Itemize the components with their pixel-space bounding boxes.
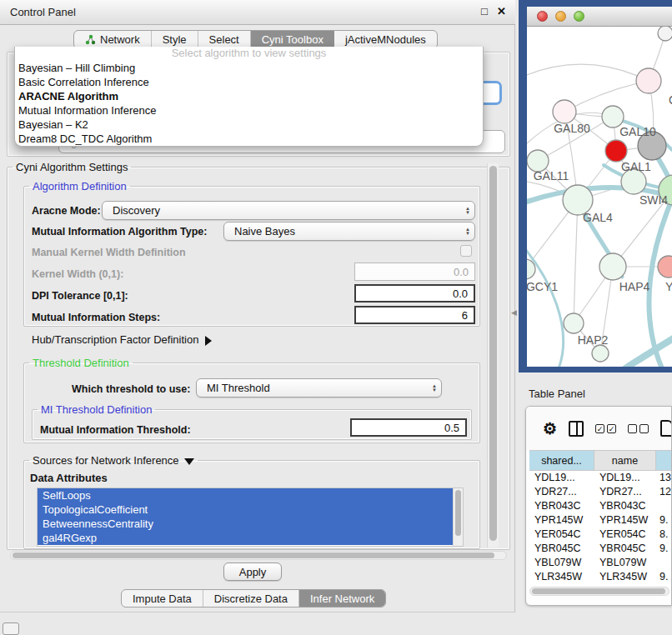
- gear-icon[interactable]: ⚙: [543, 421, 557, 437]
- table-row[interactable]: YDL19...YDL19...13: [529, 471, 672, 485]
- table-row[interactable]: YBL079WYBL079W: [529, 556, 672, 570]
- algo-item-mutual-information[interactable]: Mutual Information Inference: [15, 103, 483, 118]
- mi-type-label: Mutual Information Algorithm Type:: [32, 226, 207, 238]
- algo-item-dream8[interactable]: Dream8 DC_TDC Algorithm: [15, 132, 483, 146]
- mi-threshold-definition-title: MI Threshold Definition: [38, 403, 155, 416]
- settings-horizontal-scrollbar[interactable]: [10, 551, 507, 560]
- network-view-frame: GAL GAL80 GAL10 GAL1 GAL11 SWI4 GAL4 GCY…: [519, 0, 672, 372]
- mi-threshold-field[interactable]: 0.5: [350, 418, 467, 437]
- tab-impute-data[interactable]: Impute Data: [122, 590, 203, 607]
- minimized-panel-icon[interactable]: [3, 622, 19, 635]
- network-node[interactable]: [658, 27, 672, 41]
- tab-discretize-data[interactable]: Discretize Data: [203, 590, 299, 607]
- network-canvas[interactable]: GAL GAL80 GAL10 GAL1 GAL11 SWI4 GAL4 GCY…: [527, 27, 672, 367]
- expander-right-arrow-icon: [205, 336, 212, 346]
- aracne-mode-combobox[interactable]: Discovery ▲▼: [102, 201, 475, 220]
- table-row[interactable]: YIL052CYIL052C9: [529, 584, 672, 586]
- bottom-tabbar: Impute Data Discretize Data Infer Networ…: [121, 589, 386, 608]
- column-header-shared[interactable]: shared...: [529, 451, 594, 470]
- attr-list-scrollbar[interactable]: [453, 488, 463, 546]
- control-panel-title: Control Panel: [10, 6, 76, 18]
- node-label-gal10: GAL10: [619, 125, 656, 138]
- show-columns-icon[interactable]: ✓✓: [595, 424, 616, 433]
- list-item-selfloops[interactable]: SelfLoops: [38, 488, 463, 502]
- control-panel-window: Control Panel □ ✕ Network Style Select C…: [0, 0, 515, 612]
- algorithm-dropdown-popup: Select algorithm to view settings Bayesi…: [14, 47, 484, 147]
- manual-kernel-checkbox[interactable]: [460, 245, 472, 257]
- tab-select[interactable]: Select: [198, 31, 251, 48]
- algo-item-bayesian-hill[interactable]: Bayesian – Hill Climbing: [15, 61, 483, 75]
- close-window-icon[interactable]: [537, 11, 548, 22]
- mi-threshold-label: Mutual Information Threshold:: [40, 424, 191, 436]
- node-label-gal4: GAL4: [583, 211, 613, 224]
- table-row[interactable]: YBR045CYBR045C9.: [529, 542, 672, 556]
- list-item-topologicalcoefficient[interactable]: TopologicalCoefficient: [38, 502, 463, 517]
- node-label-gal80: GAL80: [554, 122, 590, 135]
- table-row[interactable]: YDR27...YDR27...12: [529, 485, 672, 499]
- threshold-definition-title: Threshold Definition: [29, 357, 133, 369]
- node-label-y-partial: Y: [665, 280, 672, 293]
- table-horizontal-scrollbar[interactable]: [529, 587, 669, 596]
- algo-item-basic-correlation[interactable]: Basic Correlation Inference: [15, 75, 483, 89]
- table-header-row: shared... name: [529, 450, 672, 471]
- network-icon: [85, 34, 96, 45]
- network-node-gal80[interactable]: [553, 100, 576, 123]
- expander-down-arrow-icon: [184, 458, 194, 465]
- control-panel-titlebar: Control Panel □ ✕: [0, 0, 515, 25]
- algo-item-bayesian-k2[interactable]: Bayesian – K2: [15, 118, 483, 132]
- dpi-tolerance-label: DPI Tolerance [0,1]:: [32, 290, 128, 302]
- mi-steps-field[interactable]: 6: [354, 306, 475, 324]
- mi-steps-label: Mutual Information Steps:: [32, 312, 160, 323]
- table-toolbar: ⚙ ✓✓: [526, 407, 672, 450]
- apply-button[interactable]: Apply: [223, 562, 282, 581]
- right-workspace: GAL GAL80 GAL10 GAL1 GAL11 SWI4 GAL4 GCY…: [517, 0, 672, 635]
- network-node[interactable]: [636, 68, 661, 93]
- node-label-gcy1: GCY1: [527, 280, 558, 293]
- network-node-red[interactable]: [605, 140, 627, 162]
- minimize-window-icon[interactable]: [555, 11, 566, 22]
- table-body: YDL19...YDL19...13 YDR27...YDR27...12 YB…: [529, 471, 672, 586]
- settings-vertical-scrollbar[interactable]: [487, 163, 499, 548]
- table-row[interactable]: YER054CYER054C8.: [529, 528, 672, 542]
- tab-infer-network[interactable]: Infer Network: [299, 590, 385, 607]
- manual-kernel-label: Manual Kernel Width Definition: [32, 247, 186, 258]
- close-panel-icon[interactable]: ✕: [497, 5, 506, 18]
- node-label-hap2: HAP2: [578, 333, 609, 347]
- table-row[interactable]: YBR043CYBR043C: [529, 499, 672, 513]
- sources-group-title[interactable]: Sources for Network Inference: [29, 454, 198, 467]
- column-header-partial[interactable]: [656, 451, 672, 470]
- hub-definition-expander[interactable]: Hub/Transcription Factor Definition: [32, 333, 212, 346]
- which-threshold-combobox[interactable]: MI Threshold ▲▼: [196, 378, 442, 398]
- kernel-width-label: Kernel Width (0,1):: [32, 268, 123, 280]
- splitter-collapse-arrow[interactable]: ◀: [511, 308, 517, 317]
- tab-network-label: Network: [100, 33, 140, 46]
- kernel-width-field[interactable]: 0.0: [354, 262, 475, 281]
- tab-jactivemnodules[interactable]: jActiveMNodules: [334, 31, 437, 48]
- network-window-titlebar[interactable]: [527, 7, 672, 27]
- stepper-arrows-icon: ▲▼: [428, 384, 441, 392]
- network-node-salmon[interactable]: [658, 256, 672, 278]
- tab-style[interactable]: Style: [152, 31, 198, 48]
- network-node[interactable]: [592, 345, 609, 362]
- dpi-tolerance-field[interactable]: 0.0: [354, 284, 475, 302]
- network-graph: GAL GAL80 GAL10 GAL1 GAL11 SWI4 GAL4 GCY…: [527, 27, 672, 367]
- mi-type-combobox[interactable]: Naive Bayes ▲▼: [223, 222, 475, 241]
- network-node-hap4[interactable]: [599, 253, 626, 280]
- table-panel-title: Table Panel: [529, 388, 585, 400]
- hide-columns-icon[interactable]: [628, 424, 649, 433]
- column-layout-icon[interactable]: [569, 421, 584, 437]
- zoom-window-icon[interactable]: [574, 11, 584, 22]
- table-row[interactable]: YLR345WYLR345W9.: [529, 570, 672, 584]
- table-row[interactable]: YPR145WYPR145W9.: [529, 513, 672, 528]
- tab-network[interactable]: Network: [74, 31, 152, 48]
- export-table-icon[interactable]: [660, 420, 672, 437]
- node-label-gal1: GAL1: [621, 160, 651, 173]
- list-item-gal4rgexp[interactable]: gal4RGexp: [38, 531, 463, 545]
- algo-item-aracne[interactable]: ARACNE Algorithm: [15, 89, 483, 103]
- list-item-betweennesscentrality[interactable]: BetweennessCentrality: [38, 517, 463, 531]
- column-header-name[interactable]: name: [594, 451, 656, 470]
- stepper-arrows-icon: ▲▼: [461, 207, 474, 215]
- float-panel-icon[interactable]: □: [481, 5, 488, 18]
- tab-cyni-toolbox[interactable]: Cyni Toolbox: [251, 31, 334, 48]
- network-node-hap2[interactable]: [564, 313, 584, 333]
